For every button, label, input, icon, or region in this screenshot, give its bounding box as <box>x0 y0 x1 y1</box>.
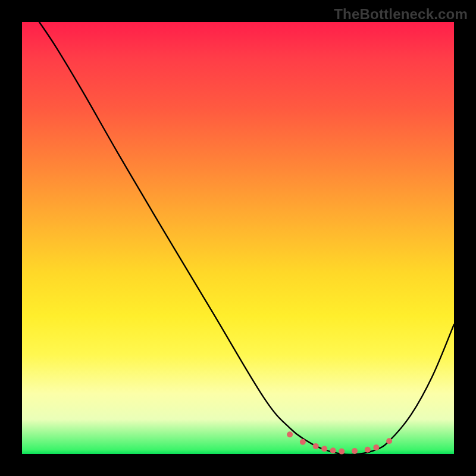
watermark-text: TheBottleneck.com <box>334 6 468 23</box>
chart-overlay <box>22 22 454 454</box>
marker-dot <box>321 446 327 452</box>
marker-dot <box>300 439 306 445</box>
marker-dot <box>313 443 319 449</box>
marker-dot <box>373 444 379 450</box>
marker-dot <box>365 447 371 453</box>
bottleneck-curve <box>39 22 454 455</box>
marker-dot <box>386 438 392 444</box>
marker-dot <box>352 448 358 454</box>
min-zone-dots <box>287 431 392 454</box>
chart-frame: TheBottleneck.com <box>0 0 476 476</box>
marker-dot <box>287 431 293 437</box>
marker-dot <box>339 449 345 455</box>
marker-dot <box>330 447 336 453</box>
